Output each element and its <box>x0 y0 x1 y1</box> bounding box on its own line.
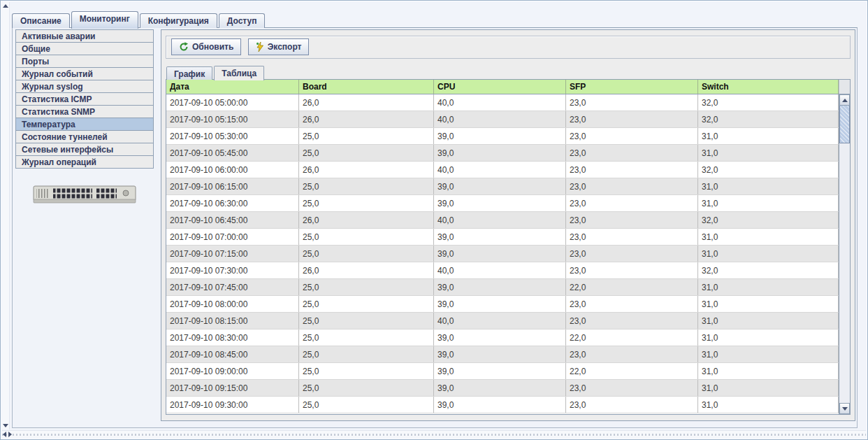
refresh-button[interactable]: Обновить <box>171 38 241 55</box>
column-header-date[interactable]: Дата <box>166 80 299 94</box>
sidebar-item-icmp-stats[interactable]: Статистика ICMP <box>15 92 154 106</box>
sidebar-item-temperature[interactable]: Температура <box>15 118 154 131</box>
table-header-row: ДатаBoardCPUSFPSwitch <box>166 80 850 94</box>
table-vertical-scrollbar[interactable] <box>839 94 850 414</box>
cell-date: 2017-09-10 07:15:00 <box>166 246 299 262</box>
cell-switch: 31,0 <box>698 380 839 396</box>
outer-horizontal-scrollbar[interactable] <box>2 430 866 438</box>
table-row[interactable]: 2017-09-10 06:15:0025,039,023,031,0 <box>166 178 839 195</box>
scroll-left-icon[interactable] <box>3 432 6 437</box>
sidebar-item-operations-log[interactable]: Журнал операций <box>15 155 154 169</box>
cell-cpu: 39,0 <box>434 279 566 295</box>
sidebar-item-syslog-log[interactable]: Журнал syslog <box>15 80 154 93</box>
view-tab-chart[interactable]: График <box>166 66 212 80</box>
sidebar-item-general[interactable]: Общие <box>15 42 154 55</box>
cell-date: 2017-09-10 07:00:00 <box>166 229 299 245</box>
table-row[interactable]: 2017-09-10 08:30:0025,039,022,031,0 <box>166 329 839 346</box>
table-row[interactable]: 2017-09-10 09:15:0025,039,023,031,0 <box>166 380 839 397</box>
cell-board: 26,0 <box>299 111 434 127</box>
cell-date: 2017-09-10 08:45:00 <box>166 346 299 362</box>
sidebar-item-ports[interactable]: Порты <box>15 55 154 68</box>
table-row[interactable]: 2017-09-10 08:45:0025,039,023,031,0 <box>166 346 839 363</box>
table-header-corner <box>839 80 850 94</box>
main-tab-description[interactable]: Описание <box>12 13 70 28</box>
cell-cpu: 40,0 <box>434 262 566 278</box>
column-header-cpu[interactable]: CPU <box>434 80 566 94</box>
table-row[interactable]: 2017-09-10 07:30:0026,040,023,032,0 <box>166 262 839 279</box>
cell-sfp: 23,0 <box>566 313 698 329</box>
table-row[interactable]: 2017-09-10 05:15:0026,040,023,032,0 <box>166 111 839 128</box>
cell-date: 2017-09-10 06:45:00 <box>166 212 299 228</box>
table-row[interactable]: 2017-09-10 09:30:0025,039,023,031,0 <box>166 397 839 413</box>
cell-switch: 31,0 <box>698 229 839 245</box>
table-row[interactable]: 2017-09-10 08:00:0025,039,023,031,0 <box>166 296 839 313</box>
app-window: ОписаниеМониторингКонфигурацияДоступ Акт… <box>0 0 868 440</box>
sidebar-item-tunnels-state[interactable]: Состояние туннелей <box>15 130 154 143</box>
table-row[interactable]: 2017-09-10 05:45:0025,039,023,031,0 <box>166 145 839 162</box>
table-row[interactable]: 2017-09-10 05:00:0026,040,023,032,0 <box>166 94 839 111</box>
table-row[interactable]: 2017-09-10 09:00:0025,039,022,031,0 <box>166 363 839 380</box>
cell-board: 25,0 <box>299 397 434 413</box>
column-header-board[interactable]: Board <box>299 80 434 94</box>
sidebar-item-network-interfaces[interactable]: Сетевые интерфейсы <box>15 143 154 156</box>
monitoring-tab-pane: Активные аварииОбщиеПортыЖурнал событийЖ… <box>12 27 858 428</box>
column-header-sfp[interactable]: SFP <box>566 80 698 94</box>
cell-board: 26,0 <box>299 262 434 278</box>
cell-sfp: 23,0 <box>566 178 698 194</box>
cell-switch: 32,0 <box>698 94 839 111</box>
sidebar: Активные аварииОбщиеПортыЖурнал событийЖ… <box>15 29 154 209</box>
column-header-switch[interactable]: Switch <box>698 80 839 94</box>
scroll-up-icon[interactable] <box>3 4 8 8</box>
sidebar-item-active-alarms[interactable]: Активные аварии <box>15 29 154 43</box>
toolbar: Обновить Экспорт <box>166 36 851 59</box>
temperature-table: ДатаBoardCPUSFPSwitch 2017-09-10 05:00:0… <box>166 79 851 415</box>
main-tab-monitoring[interactable]: Мониторинг <box>71 11 138 29</box>
table-row[interactable]: 2017-09-10 07:15:0025,039,023,031,0 <box>166 246 839 262</box>
cell-board: 25,0 <box>299 380 434 396</box>
table-row[interactable]: 2017-09-10 07:45:0025,039,022,031,0 <box>166 279 839 296</box>
cell-board: 25,0 <box>299 229 434 245</box>
table-row[interactable]: 2017-09-10 06:30:0025,039,023,031,0 <box>166 195 839 212</box>
scroll-right-icon[interactable] <box>8 432 12 437</box>
cell-sfp: 23,0 <box>566 212 698 228</box>
table-row[interactable]: 2017-09-10 07:00:0025,039,023,031,0 <box>166 229 839 246</box>
cell-sfp: 22,0 <box>566 329 698 346</box>
cell-sfp: 22,0 <box>566 363 698 379</box>
cell-board: 26,0 <box>299 94 434 111</box>
export-button[interactable]: Экспорт <box>248 38 310 55</box>
scroll-down-icon[interactable] <box>3 424 8 427</box>
cell-date: 2017-09-10 09:15:00 <box>166 380 299 396</box>
cell-board: 25,0 <box>299 329 434 346</box>
cell-sfp: 23,0 <box>566 229 698 245</box>
cell-sfp: 22,0 <box>566 279 698 295</box>
table-row[interactable]: 2017-09-10 08:15:0025,040,023,031,0 <box>166 313 839 329</box>
cell-cpu: 39,0 <box>434 178 566 194</box>
cell-board: 25,0 <box>299 145 434 161</box>
cell-board: 25,0 <box>299 296 434 312</box>
sidebar-item-event-log[interactable]: Журнал событий <box>15 67 154 80</box>
cell-switch: 32,0 <box>698 111 839 127</box>
table-scrollbar-thumb[interactable] <box>839 106 850 143</box>
main-tab-configuration[interactable]: Конфигурация <box>140 13 217 28</box>
cell-cpu: 39,0 <box>434 329 566 346</box>
view-tab-table[interactable]: Таблица <box>214 66 264 80</box>
sidebar-item-snmp-stats[interactable]: Статистика SNMP <box>15 105 154 118</box>
cell-date: 2017-09-10 06:30:00 <box>166 195 299 211</box>
table-scroll-up-button[interactable] <box>839 94 850 106</box>
table-scroll-down-button[interactable] <box>839 403 850 414</box>
table-row[interactable]: 2017-09-10 05:30:0025,039,023,031,0 <box>166 128 839 145</box>
cell-cpu: 39,0 <box>434 346 566 362</box>
main-tab-access[interactable]: Доступ <box>219 13 266 28</box>
cell-date: 2017-09-10 05:15:00 <box>166 111 299 127</box>
scroll-up-icon <box>842 99 848 102</box>
cell-switch: 32,0 <box>698 212 839 228</box>
table-row[interactable]: 2017-09-10 06:45:0026,040,023,032,0 <box>166 212 839 229</box>
cell-sfp: 23,0 <box>566 111 698 127</box>
cell-cpu: 40,0 <box>434 212 566 228</box>
outer-vertical-scrollbar[interactable] <box>2 2 10 430</box>
cell-switch: 31,0 <box>698 145 839 161</box>
cell-switch: 31,0 <box>698 195 839 211</box>
cell-switch: 31,0 <box>698 246 839 262</box>
cell-board: 25,0 <box>299 346 434 362</box>
table-row[interactable]: 2017-09-10 06:00:0026,040,023,032,0 <box>166 162 839 178</box>
